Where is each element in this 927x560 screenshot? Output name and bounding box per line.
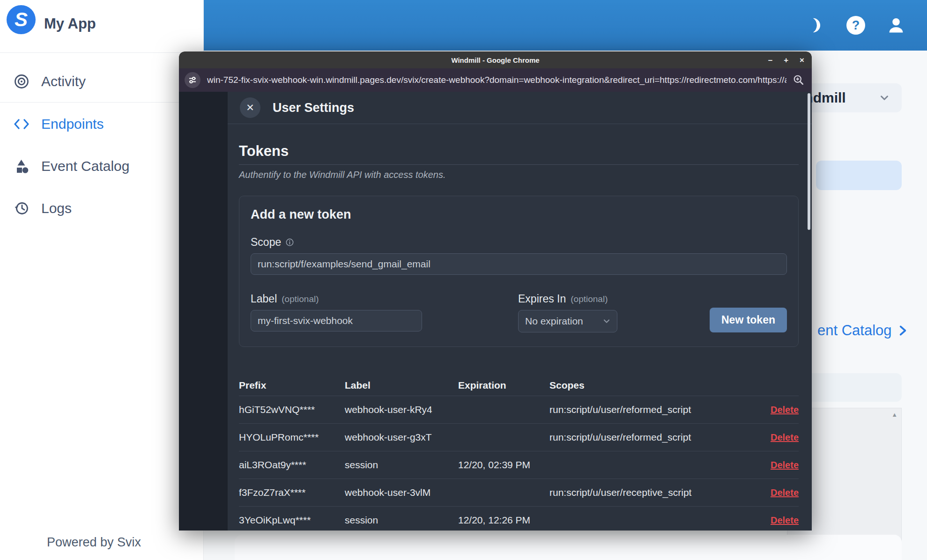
expiration-select[interactable]: No expiration: [518, 310, 617, 332]
content-card-fragment: [235, 535, 902, 560]
event-catalog-link-label: ent Catalog: [817, 322, 892, 339]
table-row: hGiT52wVNQ**** webhook-user-kRy4 run:scr…: [239, 396, 799, 423]
help-glyph: ?: [852, 18, 860, 33]
modal-header: ✕ User Settings: [228, 92, 812, 124]
cell-prefix: hGiT52wVNQ****: [239, 404, 345, 415]
maximize-button[interactable]: +: [784, 56, 788, 64]
close-modal-button[interactable]: ✕: [240, 97, 260, 118]
environment-dropdown[interactable]: indmill: [800, 83, 902, 112]
label-optional-hint: (optional): [282, 294, 319, 304]
column-header-scopes: Scopes: [549, 380, 759, 391]
sidebar: S My App Activity Endpoints: [0, 0, 204, 560]
delete-token-button[interactable]: Delete: [771, 515, 799, 525]
delete-token-button[interactable]: Delete: [771, 487, 799, 498]
top-header-bar: ?: [204, 0, 927, 51]
help-icon[interactable]: ?: [845, 15, 866, 36]
column-header-prefix: Prefix: [239, 380, 345, 391]
cell-label: webhook-user-g3xT: [345, 432, 458, 443]
sidebar-item-label: Activity: [41, 74, 86, 89]
user-settings-modal: ✕ User Settings Tokens Authentify to the…: [228, 92, 812, 531]
scope-label-text: Scope: [251, 236, 281, 249]
cell-label: session: [345, 515, 458, 526]
label-label-text: Label: [251, 293, 277, 305]
table-row: f3FzoZ7raX**** webhook-user-3vlM run:scr…: [239, 479, 799, 506]
cell-label: webhook-user-kRy4: [345, 404, 458, 415]
expires-in-label: Expires In (optional): [518, 293, 617, 305]
cell-expiration: 12/20, 12:26 PM: [458, 515, 549, 526]
cell-scopes: run:script/u/user/reformed_script: [549, 404, 759, 415]
tokens-table: Prefix Label Expiration Scopes hGiT52wVN…: [239, 375, 799, 531]
dark-mode-moon-icon[interactable]: [805, 15, 826, 36]
cell-prefix: 3YeOiKpLwq****: [239, 515, 345, 526]
close-icon: ✕: [246, 102, 254, 113]
divider: [0, 102, 204, 103]
cell-prefix: aiL3ROat9y****: [239, 459, 345, 471]
tokens-section-subtitle: Authentify to the Windmill API with acce…: [239, 169, 799, 180]
window-title: Windmill - Google Chrome: [451, 56, 539, 64]
code-brackets-icon: [13, 116, 30, 133]
chevron-down-icon: [878, 92, 890, 104]
add-token-title: Add a new token: [251, 207, 787, 222]
cell-label: session: [345, 459, 458, 471]
cell-prefix: HYOLuPRomc****: [239, 432, 345, 443]
table-header-row: Prefix Label Expiration Scopes: [239, 375, 799, 396]
cell-scopes: run:script/u/user/receptive_script: [549, 487, 759, 498]
sidebar-item-endpoints[interactable]: Endpoints: [0, 110, 204, 139]
token-label-input[interactable]: [251, 310, 422, 332]
sidebar-item-label: Logs: [41, 200, 72, 216]
window-titlebar[interactable]: Windmill - Google Chrome – + ×: [179, 52, 812, 68]
expires-in-label-text: Expires In: [518, 293, 566, 305]
minimize-button[interactable]: –: [768, 56, 772, 64]
cell-prefix: f3FzoZ7raX****: [239, 487, 345, 498]
table-row: 3YeOiKpLwq**** session 12/20, 12:26 PM D…: [239, 507, 799, 531]
delete-token-button[interactable]: Delete: [771, 405, 799, 415]
url-bar: win-752-fix-svix-webhook-win.windmill.pa…: [179, 68, 812, 92]
label-label: Label (optional): [251, 293, 422, 305]
history-clock-icon: [13, 200, 30, 217]
table-row: aiL3ROat9y**** session 12/20, 02:39 PM D…: [239, 451, 799, 479]
expires-optional-hint: (optional): [571, 294, 608, 304]
cell-expiration: 12/20, 02:39 PM: [458, 459, 549, 471]
column-header-label: Label: [345, 380, 458, 391]
scope-label: Scope: [251, 236, 787, 249]
chrome-window: Windmill - Google Chrome – + × win-752-f…: [179, 52, 812, 531]
site-settings-tune-icon[interactable]: [185, 72, 200, 88]
activity-disc-icon: [13, 73, 30, 90]
svix-logo-icon: S: [7, 5, 36, 34]
info-icon[interactable]: [286, 238, 294, 246]
cell-label: webhook-user-3vlM: [345, 487, 458, 498]
tokens-section-title: Tokens: [239, 143, 799, 160]
sidebar-item-activity[interactable]: Activity: [0, 67, 204, 96]
cell-scopes: run:script/u/user/reformed_script: [549, 432, 759, 443]
powered-by-svix: Powered by Svix: [47, 535, 141, 550]
highlighted-row-fragment: [816, 161, 902, 190]
delete-token-button[interactable]: Delete: [771, 432, 799, 442]
chevron-down-icon: [602, 317, 611, 326]
expiration-selected-value: No expiration: [525, 316, 583, 327]
shapes-icon: [13, 158, 30, 175]
page-backdrop-strip: [179, 92, 228, 531]
sidebar-item-logs[interactable]: Logs: [0, 194, 204, 223]
table-row: HYOLuPRomc**** webhook-user-g3xT run:scr…: [239, 424, 799, 451]
app-name: My App: [44, 15, 96, 32]
divider: [239, 164, 799, 165]
scrollbar-up-arrow-icon[interactable]: ▲: [891, 411, 897, 418]
sidebar-item-event-catalog[interactable]: Event Catalog: [0, 152, 204, 181]
url-input[interactable]: win-752-fix-svix-webhook-win.windmill.pa…: [207, 75, 786, 85]
chevron-right-icon: [897, 324, 909, 338]
sidebar-item-label: Endpoints: [41, 116, 104, 132]
zoom-in-icon[interactable]: [793, 74, 804, 86]
column-header-expiration: Expiration: [458, 380, 549, 391]
sidebar-item-label: Event Catalog: [41, 158, 129, 174]
modal-scrollbar[interactable]: [808, 93, 810, 230]
divider: [0, 52, 204, 53]
add-token-card: Add a new token Scope Label: [239, 196, 799, 347]
modal-title: User Settings: [273, 101, 354, 115]
event-catalog-link[interactable]: ent Catalog: [817, 322, 909, 339]
close-window-button[interactable]: ×: [800, 56, 804, 64]
scope-input[interactable]: [251, 253, 787, 275]
new-token-button[interactable]: New token: [710, 308, 787, 332]
user-icon[interactable]: [886, 15, 906, 36]
delete-token-button[interactable]: Delete: [771, 460, 799, 470]
